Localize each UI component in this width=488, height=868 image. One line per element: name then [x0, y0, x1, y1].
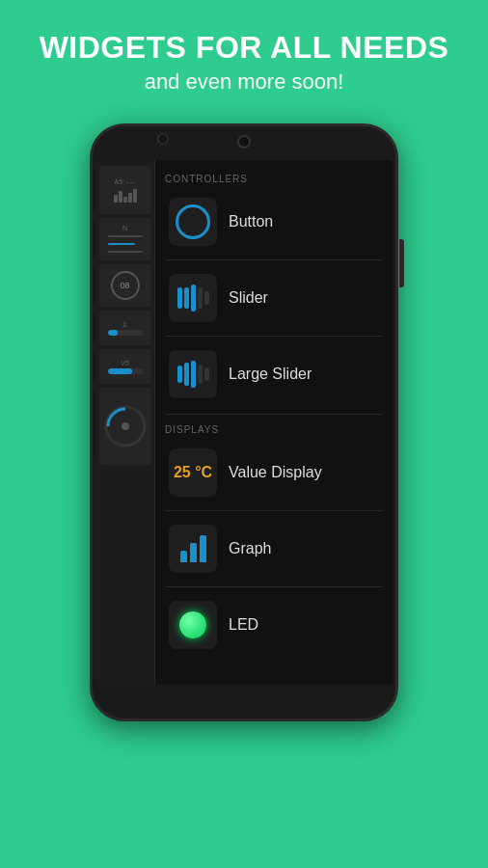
- phone-container: A5: ---- N: [90, 123, 398, 721]
- sidebar-slider-n: [108, 233, 143, 255]
- slider-track-icon: [177, 285, 209, 312]
- list-item-large-slider[interactable]: Large Slider: [165, 344, 383, 404]
- header: WIDGETS FOR ALL NEEDS and even more soon…: [20, 0, 469, 114]
- sub-title: and even more soon!: [40, 69, 449, 95]
- led-circle-icon: [179, 611, 206, 638]
- sidebar-dial-icon: [102, 403, 149, 449]
- graph-bars-icon: [180, 535, 206, 562]
- large-slider-icon: [169, 350, 217, 398]
- sidebar-label-n: N: [122, 225, 127, 231]
- sidebar-bar-v5: [108, 368, 143, 374]
- sidebar: A5: ---- N: [95, 160, 155, 685]
- phone-screen: A5: ---- N: [95, 160, 393, 685]
- value-display-icon-text: 25 °C: [174, 464, 212, 481]
- sidebar-widget-a5[interactable]: A5: ----: [99, 166, 151, 214]
- svg-point-1: [122, 422, 129, 430]
- list-item-button[interactable]: Button: [165, 192, 383, 252]
- large-slider-label: Large Slider: [229, 366, 312, 383]
- sidebar-widget-dial[interactable]: [99, 388, 151, 465]
- sidebar-label-a5: A5: ----: [115, 178, 136, 185]
- slider-icon: [169, 274, 217, 322]
- list-item-graph[interactable]: Graph: [165, 519, 383, 579]
- sidebar-widget-small[interactable]: 0: [99, 311, 151, 345]
- button-circle-icon: [176, 204, 210, 239]
- sidebar-label-zero: 0: [123, 321, 127, 328]
- led-icon: [169, 601, 217, 649]
- sidebar-bar-zero: [108, 330, 143, 336]
- list-item-led[interactable]: LED: [165, 595, 383, 655]
- value-display-label: Value Display: [229, 464, 322, 481]
- graph-icon: [169, 525, 217, 573]
- sidebar-widget-knob[interactable]: 08: [99, 264, 151, 307]
- divider-4: [165, 510, 383, 511]
- sidebar-knob-value: 08: [120, 281, 129, 290]
- led-label: LED: [229, 616, 258, 634]
- divider-1: [165, 259, 383, 260]
- phone-camera: [237, 135, 251, 149]
- controllers-section-label: CONTROLLERS: [165, 174, 383, 184]
- phone-speaker: [157, 133, 169, 145]
- large-slider-track-icon: [177, 361, 209, 388]
- graph-label: Graph: [229, 540, 271, 557]
- list-item-value-display[interactable]: 25 °C Value Display: [165, 443, 383, 502]
- list-item-slider[interactable]: Slider: [165, 268, 383, 328]
- slider-label: Slider: [229, 289, 268, 307]
- button-icon: [169, 198, 217, 246]
- button-label: Button: [229, 213, 273, 231]
- sidebar-label-v5: V5: [121, 360, 129, 366]
- value-display-icon: 25 °C: [169, 448, 217, 497]
- main-content: CONTROLLERS Button: [155, 160, 393, 685]
- main-title: WIDGETS FOR ALL NEEDS: [40, 29, 449, 66]
- phone-side-button: [399, 239, 404, 287]
- sidebar-knob-circle: 08: [111, 271, 140, 300]
- divider-3: [165, 414, 383, 415]
- sidebar-bars-a5: [114, 187, 137, 203]
- sidebar-widget-v5[interactable]: V5: [99, 349, 151, 384]
- divider-5: [165, 586, 383, 587]
- divider-2: [165, 336, 383, 337]
- sidebar-widget-n[interactable]: N: [99, 218, 151, 260]
- displays-section-label: DISPLAYS: [165, 424, 383, 435]
